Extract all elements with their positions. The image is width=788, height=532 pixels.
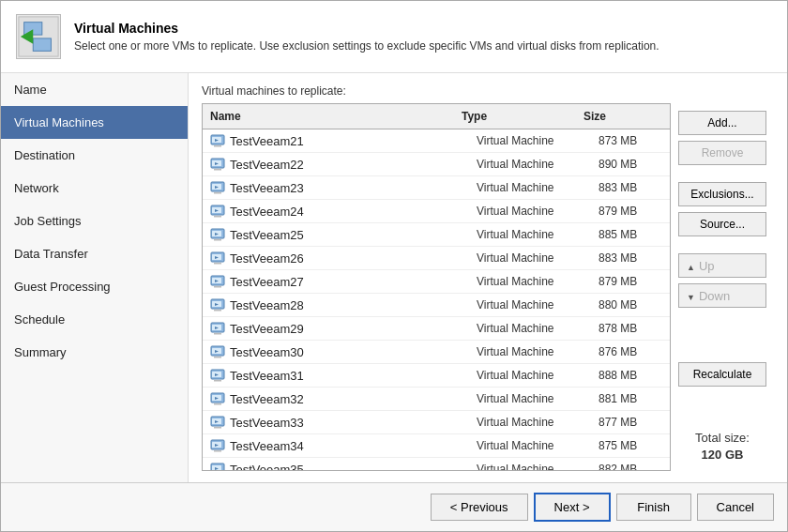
svg-rect-25 (214, 263, 221, 265)
row-type: Virtual Machine (473, 461, 595, 470)
row-size: 877 MB (595, 414, 670, 431)
right-panel: Add... Remove Exclusions... Source... Up… (671, 103, 774, 471)
table-row[interactable]: TestVeeam30 Virtual Machine 876 MB (203, 341, 670, 364)
footer: < Previous Next > Finish Cancel (1, 482, 787, 531)
row-size: 876 MB (595, 343, 670, 360)
vm-icon (210, 227, 225, 242)
next-button[interactable]: Next > (534, 493, 611, 522)
row-name: TestVeeam23 (203, 178, 473, 197)
sidebar-item-job-settings[interactable]: Job Settings (1, 205, 188, 237)
up-button[interactable]: Up (678, 253, 766, 278)
row-type: Virtual Machine (473, 132, 595, 149)
vm-icon (210, 251, 225, 266)
row-vm-name: TestVeeam22 (230, 158, 304, 172)
row-type: Virtual Machine (473, 179, 595, 196)
row-vm-name: TestVeeam26 (230, 251, 304, 266)
row-type: Virtual Machine (473, 203, 595, 220)
svg-rect-41 (214, 357, 221, 358)
row-name: TestVeeam34 (203, 436, 473, 455)
col-header-type: Type (458, 108, 580, 125)
down-button[interactable]: Down (678, 283, 766, 308)
row-vm-name: TestVeeam35 (230, 463, 304, 471)
total-size-value: 120 GB (678, 447, 766, 464)
finish-button[interactable]: Finish (616, 494, 691, 521)
total-size-label: Total size: (678, 430, 766, 447)
source-button[interactable]: Source... (678, 212, 766, 236)
vm-icon (210, 133, 225, 148)
vm-icon (210, 274, 225, 289)
table-body[interactable]: TestVeeam21 Virtual Machine 873 MB TestV… (203, 129, 670, 470)
sidebar-item-name[interactable]: Name (1, 73, 188, 106)
svg-rect-2 (33, 38, 51, 51)
table-row[interactable]: TestVeeam34 Virtual Machine 875 MB (203, 434, 670, 458)
header-icon (16, 14, 61, 59)
row-vm-name: TestVeeam25 (230, 228, 304, 242)
cancel-button[interactable]: Cancel (697, 494, 774, 521)
table-row[interactable]: TestVeeam35 Virtual Machine 882 MB (203, 458, 670, 470)
row-vm-name: TestVeeam27 (230, 275, 304, 289)
row-size: 873 MB (595, 132, 670, 149)
row-name: TestVeeam28 (203, 296, 473, 314)
row-vm-name: TestVeeam24 (230, 205, 304, 219)
row-size: 879 MB (595, 273, 670, 290)
row-size: 888 MB (595, 367, 670, 384)
sidebar-item-destination[interactable]: Destination (1, 139, 188, 172)
row-vm-name: TestVeeam33 (230, 416, 304, 430)
down-arrow-icon (687, 289, 695, 303)
sidebar-item-schedule[interactable]: Schedule (1, 303, 188, 336)
vm-icon (210, 438, 225, 453)
row-name: TestVeeam32 (203, 389, 473, 408)
table-row[interactable]: TestVeeam22 Virtual Machine 890 MB (203, 153, 670, 176)
recalculate-button[interactable]: Recalculate (678, 362, 766, 387)
table-row[interactable]: TestVeeam33 Virtual Machine 877 MB (203, 411, 670, 434)
row-type: Virtual Machine (473, 226, 595, 243)
table-row[interactable]: TestVeeam21 Virtual Machine 873 MB (203, 129, 670, 153)
row-type: Virtual Machine (473, 390, 595, 407)
row-name: TestVeeam33 (203, 413, 473, 432)
row-vm-name: TestVeeam32 (230, 392, 304, 406)
sidebar-item-virtual-machines[interactable]: Virtual Machines (1, 106, 188, 139)
table-row[interactable]: TestVeeam25 Virtual Machine 885 MB (203, 223, 670, 247)
row-name: TestVeeam26 (203, 249, 473, 267)
svg-rect-45 (214, 380, 221, 382)
previous-button[interactable]: < Previous (431, 494, 528, 521)
row-type: Virtual Machine (473, 367, 595, 384)
table-row[interactable]: TestVeeam24 Virtual Machine 879 MB (203, 200, 670, 223)
table-row[interactable]: TestVeeam32 Virtual Machine 881 MB (203, 388, 670, 411)
exclusions-button[interactable]: Exclusions... (678, 182, 766, 206)
add-button[interactable]: Add... (678, 111, 766, 135)
table-row[interactable]: TestVeeam29 Virtual Machine 878 MB (203, 317, 670, 341)
row-size: 879 MB (595, 203, 670, 220)
table-row[interactable]: TestVeeam23 Virtual Machine 883 MB (203, 176, 670, 200)
header-description: Select one or more VMs to replicate. Use… (74, 39, 659, 53)
sidebar-item-guest-processing[interactable]: Guest Processing (1, 270, 188, 303)
table-row[interactable]: TestVeeam27 Virtual Machine 879 MB (203, 270, 670, 294)
dialog-header: Virtual Machines Select one or more VMs … (1, 1, 787, 73)
row-size: 881 MB (595, 390, 670, 407)
row-name: TestVeeam27 (203, 272, 473, 291)
row-size: 882 MB (595, 461, 670, 470)
row-type: Virtual Machine (473, 296, 595, 313)
vm-icon (210, 368, 225, 383)
sidebar-item-network[interactable]: Network (1, 172, 188, 205)
main-content: Virtual machines to replicate: Name Type… (189, 73, 787, 482)
sidebar-item-data-transfer[interactable]: Data Transfer (1, 237, 188, 270)
row-name: TestVeeam21 (203, 131, 473, 150)
row-name: TestVeeam31 (203, 366, 473, 385)
row-size: 880 MB (595, 296, 670, 313)
table-row[interactable]: TestVeeam28 Virtual Machine 880 MB (203, 294, 670, 317)
row-size: 885 MB (595, 226, 670, 243)
table-row[interactable]: TestVeeam26 Virtual Machine 883 MB (203, 247, 670, 270)
table-row[interactable]: TestVeeam31 Virtual Machine 888 MB (203, 364, 670, 388)
col-header-name: Name (203, 108, 458, 125)
svg-rect-33 (214, 310, 221, 312)
svg-rect-13 (214, 192, 221, 194)
row-vm-name: TestVeeam30 (230, 345, 304, 359)
sidebar-item-summary[interactable]: Summary (1, 336, 188, 369)
svg-rect-57 (214, 450, 221, 452)
row-vm-name: TestVeeam34 (230, 439, 304, 453)
remove-button[interactable]: Remove (678, 141, 766, 165)
row-name: TestVeeam29 (203, 319, 473, 338)
row-name: TestVeeam35 (203, 460, 473, 470)
row-name: TestVeeam24 (203, 202, 473, 220)
